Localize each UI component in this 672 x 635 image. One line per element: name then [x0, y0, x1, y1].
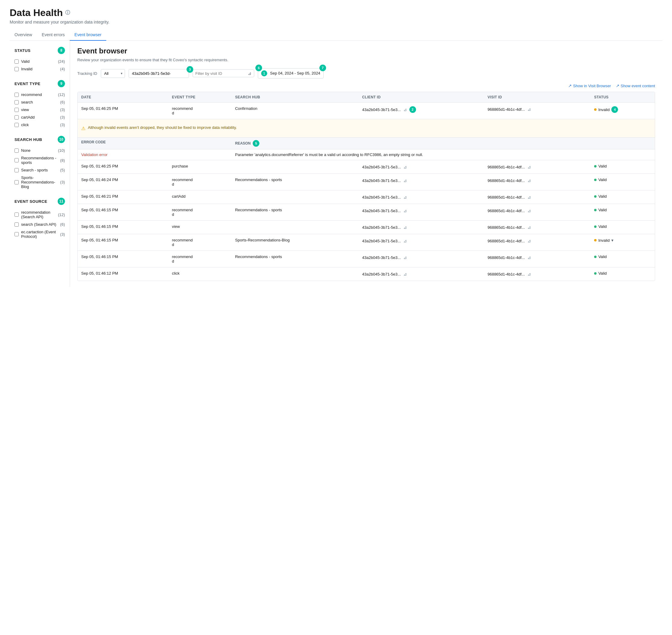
event-type-recommend-count: (12)	[58, 92, 65, 97]
tab-event-errors[interactable]: Event errors	[37, 29, 69, 41]
row-7-visit-filter-icon[interactable]: ⊿	[526, 255, 532, 260]
row-2-client-id-container: 43a2b045-3b71-5e3... ⊿	[362, 177, 480, 183]
tab-event-browser[interactable]: Event browser	[70, 29, 106, 41]
row-0-client-id-container: 43a2b045-3b71-5e3... ⊿ 2	[362, 106, 480, 113]
sidebar-item-recommendation-search[interactable]: recommendation (Search API) (12)	[10, 209, 70, 221]
row-1-client-filter-icon[interactable]: ⊿	[402, 164, 408, 170]
row-1-client-id-text: 43a2b045-3b71-5e3...	[362, 165, 401, 169]
event-type-click-checkbox[interactable]	[15, 123, 19, 127]
search-hub-search-sports-checkbox[interactable]	[15, 168, 19, 172]
sidebar-item-none[interactable]: None (10)	[10, 147, 70, 154]
event-source-rec-search-checkbox[interactable]	[15, 213, 19, 217]
info-icon[interactable]: ⓘ	[65, 10, 70, 16]
sidebar-item-view[interactable]: view (3)	[10, 106, 70, 113]
sidebar-item-search-api[interactable]: search (Search API) (6)	[10, 221, 70, 228]
sidebar-item-search-sports[interactable]: Search - sports (5)	[10, 166, 70, 174]
search-hub-sports-rec-blog-label: Sports-Recommendations-Blog	[21, 175, 58, 189]
row-3-visit-filter-icon[interactable]: ⊿	[526, 194, 532, 200]
status-invalid-checkbox[interactable]	[15, 67, 19, 71]
col-search-hub: Search hub	[232, 92, 359, 103]
event-type-recommend-checkbox[interactable]	[15, 93, 19, 97]
row-5-visit-id-text: 968865d1-4b1c-4df...	[487, 225, 525, 230]
row-3-status-badge: Valid	[594, 194, 651, 199]
row-2-visit-filter-icon[interactable]: ⊿	[526, 177, 532, 183]
row-3-visit-id-text: 968865d1-4b1c-4df...	[487, 195, 525, 199]
row-0-visit-filter-icon[interactable]: ⊿	[526, 106, 532, 112]
sidebar-item-rec-sports[interactable]: Recommendations - sports (8)	[10, 154, 70, 166]
sidebar-item-click[interactable]: click (3)	[10, 121, 70, 129]
row-6-client-id-text: 43a2b045-3b71-5e3...	[362, 239, 401, 243]
event-type-search-count: (6)	[60, 100, 65, 105]
event-source-ec-checkbox[interactable]	[15, 232, 19, 236]
search-hub-none-checkbox[interactable]	[15, 149, 19, 153]
sidebar-item-ec-cartaction[interactable]: ec.cartaction (Event Protocol) (3)	[10, 228, 70, 240]
row-2-event-type: recommendd	[169, 174, 232, 191]
sidebar-item-search[interactable]: search (6)	[10, 98, 70, 106]
event-id-input[interactable]	[129, 69, 189, 78]
date-range-picker[interactable]: 1 Sep 04, 2024 - Sep 05, 2024	[258, 68, 324, 79]
table-row: Sep 05, 01:46:24 PM recommendd Recommend…	[78, 174, 655, 191]
event-type-search-checkbox[interactable]	[15, 100, 19, 105]
search-hub-sports-rec-blog-count: (3)	[60, 180, 65, 184]
search-hub-rec-sports-checkbox[interactable]	[15, 158, 19, 162]
event-source-ec-count: (3)	[60, 232, 65, 237]
row-5-client-filter-icon[interactable]: ⊿	[402, 224, 408, 230]
event-type-cartadd-checkbox[interactable]	[15, 115, 19, 119]
row-6-client-id-container: 43a2b045-3b71-5e3... ⊿	[362, 238, 480, 244]
row-0-badge-status-4: 4	[611, 106, 618, 113]
status-valid-count: (24)	[58, 59, 65, 64]
visit-id-input[interactable]	[195, 71, 246, 76]
row-8-visit-filter-icon[interactable]: ⊿	[526, 271, 532, 277]
row-2-status-badge: Valid	[594, 177, 651, 182]
event-type-view-label: view	[21, 107, 58, 112]
search-hub-search-sports-count: (5)	[60, 168, 65, 172]
row-7-client-filter-icon[interactable]: ⊿	[402, 255, 408, 260]
tracking-id-select-wrapper[interactable]: All	[101, 69, 125, 78]
row-7-status: Valid	[590, 251, 655, 267]
event-source-ec-label: ec.cartaction (Event Protocol)	[21, 230, 58, 239]
row-2-client-filter-icon[interactable]: ⊿	[402, 177, 408, 183]
row-6-visit-id: 968865d1-4b1c-4df... ⊿	[484, 234, 590, 251]
event-type-click-count: (3)	[60, 123, 65, 127]
row-4-client-filter-icon[interactable]: ⊿	[402, 207, 408, 214]
sidebar-item-recommend[interactable]: recommend (12)	[10, 91, 70, 98]
row-3-client-filter-icon[interactable]: ⊿	[402, 194, 408, 200]
sidebar-item-valid[interactable]: Valid (24)	[10, 58, 70, 65]
status-section-title: Status	[15, 48, 30, 53]
row-6-client-filter-icon[interactable]: ⊿	[402, 238, 408, 244]
row-0-event-type-text: recommendd	[172, 106, 193, 115]
search-hub-sports-rec-blog-checkbox[interactable]	[15, 180, 19, 184]
status-valid-checkbox[interactable]	[15, 60, 19, 64]
sidebar-item-cartadd[interactable]: cartAdd (3)	[10, 113, 70, 121]
row-6-expand-icon[interactable]: ▾	[611, 238, 613, 243]
event-type-view-checkbox[interactable]	[15, 108, 19, 112]
sidebar-item-invalid[interactable]: Invalid (4)	[10, 65, 70, 73]
tracking-id-select[interactable]: All	[101, 69, 125, 78]
event-browser-title: Event browser	[77, 47, 655, 55]
row-5-visit-filter-icon[interactable]: ⊿	[526, 224, 532, 230]
show-event-content-link[interactable]: ↗ Show event content	[616, 83, 655, 88]
row-1-search-hub	[232, 160, 359, 174]
row-5-client-id-container: 43a2b045-3b71-5e3... ⊿	[362, 224, 480, 230]
row-0-client-filter-icon[interactable]: ⊿	[402, 107, 408, 113]
show-visit-browser-link[interactable]: ↗ Show in Visit Browser	[568, 83, 611, 88]
sidebar-item-sports-rec-blog[interactable]: Sports-Recommendations-Blog (3)	[10, 174, 70, 191]
event-source-search-api-checkbox[interactable]	[15, 222, 19, 227]
row-4-client-id-text: 43a2b045-3b71-5e3...	[362, 209, 401, 213]
row-0-status-container: Invalid 4	[594, 106, 651, 113]
row-8-client-filter-icon[interactable]: ⊿	[402, 271, 408, 277]
event-browser-subtitle: Review your organization events to ensur…	[77, 58, 655, 62]
tab-overview[interactable]: Overview	[10, 29, 37, 41]
row-4-search-hub: Recommendations - sports	[232, 204, 359, 221]
row-3-date: Sep 05, 01:46:21 PM	[78, 191, 169, 204]
table-header: Date Event type Search hub Client ID Vis…	[78, 92, 655, 103]
status-invalid-count: (4)	[60, 67, 65, 71]
row-8-client-id-text: 43a2b045-3b71-5e3...	[362, 272, 401, 277]
row-0-date: Sep 05, 01:46:25 PM	[78, 103, 169, 119]
row-4-visit-filter-icon[interactable]: ⊿	[526, 207, 532, 214]
row-1-visit-filter-icon[interactable]: ⊿	[526, 164, 532, 170]
filter-funnel-icon[interactable]: ⊿	[248, 71, 252, 76]
row-5-visit-id: 968865d1-4b1c-4df... ⊿	[484, 221, 590, 234]
row-6-visit-filter-icon[interactable]: ⊿	[526, 238, 532, 244]
row-6-status-dot	[594, 239, 597, 241]
